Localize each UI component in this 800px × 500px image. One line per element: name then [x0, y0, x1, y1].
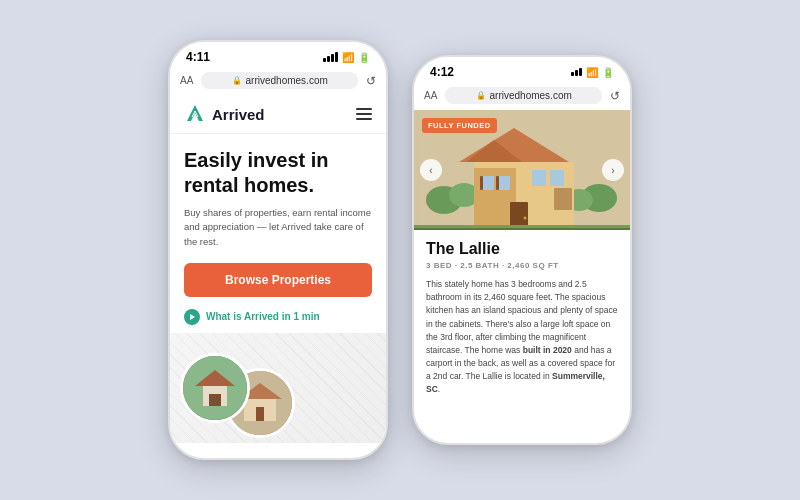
svg-rect-27 — [496, 176, 499, 190]
fully-funded-badge: FULLY FUNDED — [422, 118, 497, 133]
svg-rect-18 — [482, 176, 494, 190]
address-bar-left: AA 🔒 arrivedhomes.com ↺ — [170, 68, 386, 95]
svg-rect-26 — [480, 176, 483, 190]
play-icon — [184, 309, 200, 325]
logo-text: Arrived — [212, 106, 265, 123]
svg-rect-25 — [554, 188, 572, 210]
property-details: The Lallie 3 BED · 2.5 BATH · 2,460 SQ F… — [414, 230, 630, 407]
property-description: This stately home has 3 bedrooms and 2.5… — [426, 278, 618, 397]
status-icons-right: 📶 🔋 — [571, 67, 614, 78]
address-bar-right: AA 🔒 arrivedhomes.com ↺ — [414, 83, 630, 110]
svg-rect-29 — [414, 228, 630, 230]
svg-rect-20 — [532, 170, 546, 186]
wifi-icon-right: 📶 — [586, 67, 598, 78]
reload-icon-right[interactable]: ↺ — [610, 89, 620, 103]
status-icons-left: 📶 🔋 — [323, 52, 370, 63]
aa-label-right: AA — [424, 90, 437, 101]
phone-bottom-area — [170, 333, 386, 443]
svg-rect-19 — [498, 176, 510, 190]
battery-icon-right: 🔋 — [602, 67, 614, 78]
phone-right: 4:12 📶 🔋 AA 🔒 arrivedhomes.com ↺ — [412, 55, 632, 445]
wifi-icon: 📶 — [342, 52, 354, 63]
desc-text-1: This stately home has 3 bedrooms and 2.5… — [426, 279, 617, 355]
reload-icon-left[interactable]: ↺ — [366, 74, 376, 88]
hero-title: Easily invest in rental homes. — [184, 148, 372, 198]
time-right: 4:12 — [430, 65, 454, 79]
aa-label: AA — [180, 75, 193, 86]
carousel-prev-button[interactable]: ‹ — [420, 159, 442, 181]
svg-rect-3 — [209, 394, 221, 406]
property-name: The Lallie — [426, 240, 618, 258]
status-bar-left: 4:11 📶 🔋 — [170, 42, 386, 68]
signal-icon-right — [571, 68, 582, 76]
phone-nav: Arrived — [170, 95, 386, 134]
status-bar-right: 4:12 📶 🔋 — [414, 57, 630, 83]
lock-icon-right: 🔒 — [476, 91, 486, 100]
svg-rect-21 — [550, 170, 564, 186]
time-left: 4:11 — [186, 50, 210, 64]
url-text-left: arrivedhomes.com — [246, 75, 328, 86]
arrived-logo: Arrived — [184, 103, 265, 125]
property-image: FULLY FUNDED ‹ › — [414, 110, 630, 230]
hero-section: Easily invest in rental homes. Buy share… — [170, 134, 386, 333]
signal-icon — [323, 52, 338, 62]
url-text-right: arrivedhomes.com — [490, 90, 572, 101]
desc-text-3: . — [438, 384, 440, 394]
desc-bold-1: built in 2020 — [523, 345, 572, 355]
logo-svg — [184, 103, 206, 125]
phones-container: 4:11 📶 🔋 AA 🔒 arrivedhomes.com ↺ — [168, 40, 632, 460]
hamburger-icon[interactable] — [356, 108, 372, 120]
hero-subtitle: Buy shares of properties, earn rental in… — [184, 206, 372, 249]
what-is-link[interactable]: What is Arrived in 1 min — [184, 309, 372, 325]
property-circle-1 — [180, 353, 250, 423]
lock-icon: 🔒 — [232, 76, 242, 85]
svg-point-23 — [524, 217, 527, 220]
svg-rect-4 — [197, 380, 233, 382]
browse-properties-button[interactable]: Browse Properties — [184, 263, 372, 297]
carousel-next-button[interactable]: › — [602, 159, 624, 181]
property-specs: 3 BED · 2.5 BATH · 2,460 SQ FT — [426, 261, 618, 270]
svg-rect-8 — [256, 407, 264, 421]
phone-left: 4:11 📶 🔋 AA 🔒 arrivedhomes.com ↺ — [168, 40, 388, 460]
what-is-text: What is Arrived in 1 min — [206, 311, 320, 322]
battery-icon: 🔋 — [358, 52, 370, 63]
url-pill-right[interactable]: 🔒 arrivedhomes.com — [445, 87, 602, 104]
url-pill-left[interactable]: 🔒 arrivedhomes.com — [201, 72, 358, 89]
